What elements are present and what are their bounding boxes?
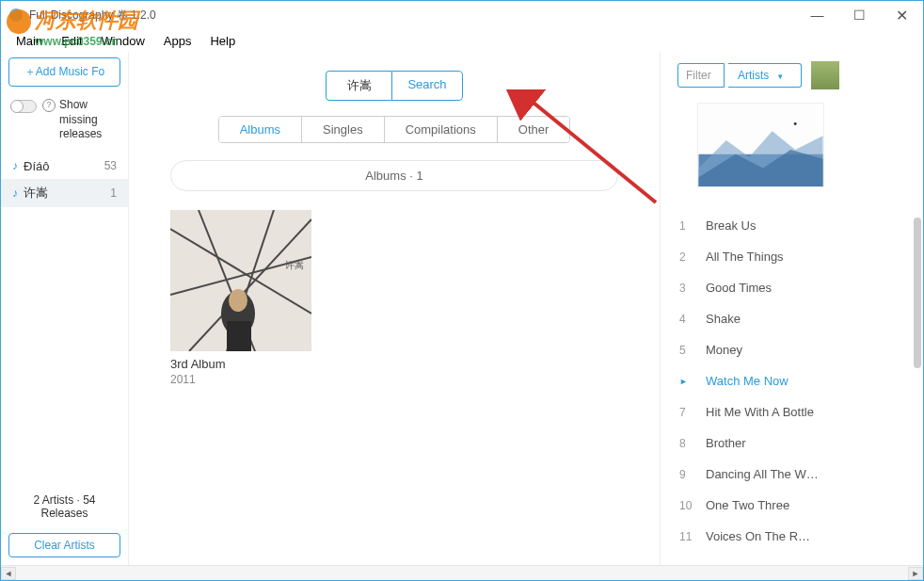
album-card[interactable]: 许嵩 3rd Album 2011 xyxy=(170,210,311,386)
album-year: 2011 xyxy=(170,373,311,386)
track-row[interactable]: 5Money xyxy=(677,334,910,365)
menu-edit[interactable]: Edit xyxy=(52,32,91,50)
scroll-left-icon[interactable]: ◄ xyxy=(1,567,16,580)
track-row[interactable]: 4Shake xyxy=(677,303,910,334)
now-playing-cover[interactable] xyxy=(697,103,824,187)
track-name: All The Things xyxy=(706,250,784,264)
track-number: 9 xyxy=(679,468,706,481)
track-row[interactable]: 1Break Us xyxy=(677,210,910,241)
track-row[interactable]: 7Hit Me With A Bottle xyxy=(677,396,910,428)
help-icon[interactable]: ? xyxy=(42,99,56,112)
svg-point-10 xyxy=(229,289,247,312)
track-number: 7 xyxy=(679,406,706,419)
track-name: Voices On The R… xyxy=(706,529,810,543)
track-number: 4 xyxy=(679,313,706,326)
maximize-button[interactable]: ☐ xyxy=(838,1,881,29)
track-name: Break Us xyxy=(706,218,756,233)
track-name: Watch Me Now xyxy=(706,374,789,388)
add-music-button[interactable]: ＋Add Music Fo xyxy=(8,57,120,87)
track-row[interactable]: ►Watch Me Now xyxy=(677,365,910,396)
svg-point-17 xyxy=(794,122,797,125)
track-name: Dancing All The W… xyxy=(706,467,819,481)
artist-count: 53 xyxy=(104,159,117,172)
track-number: 11 xyxy=(679,530,706,543)
track-list: 1Break Us2All The Things3Good Times4Shak… xyxy=(677,210,910,565)
music-note-icon: ♪ xyxy=(12,159,18,172)
horizontal-scrollbar[interactable]: ◄ ► xyxy=(1,565,923,580)
track-number: 10 xyxy=(679,499,706,512)
tab-albums[interactable]: Albums xyxy=(219,117,302,142)
artist-item[interactable]: ♪ 许嵩 1 xyxy=(1,179,128,207)
svg-point-0 xyxy=(9,8,23,22)
artist-count: 1 xyxy=(110,186,117,200)
track-row[interactable]: 9Dancing All The W… xyxy=(677,459,910,490)
search-input[interactable]: 许嵩 xyxy=(326,71,391,101)
track-number: 3 xyxy=(679,282,706,295)
scroll-right-icon[interactable]: ► xyxy=(908,567,923,580)
artist-name: 许嵩 xyxy=(24,185,48,202)
track-name: Brother xyxy=(706,436,746,450)
main-panel: 许嵩 Search Albums Singles Compilations Ot… xyxy=(129,52,660,565)
track-number: 8 xyxy=(679,437,706,450)
track-row[interactable]: 8Brother xyxy=(677,428,910,459)
music-note-icon: ♪ xyxy=(12,186,18,200)
scrollbar[interactable] xyxy=(912,57,921,563)
track-name: Hit Me With A Bottle xyxy=(706,405,814,419)
track-name: Money xyxy=(706,343,742,357)
artist-name: Đíáô xyxy=(24,159,49,173)
sidebar: ＋Add Music Fo ? Show missing releases ♪ … xyxy=(1,52,129,565)
sidebar-stats: 2 Artists · 54 Releases xyxy=(1,486,128,527)
window-title: Full Discography 卷 1.2.0 xyxy=(29,8,156,24)
track-name: Shake xyxy=(706,312,741,326)
artist-thumbnail[interactable] xyxy=(811,61,839,89)
tab-compilations[interactable]: Compilations xyxy=(385,117,498,142)
menu-apps[interactable]: Apps xyxy=(154,32,201,50)
play-icon: ► xyxy=(679,377,706,386)
minimize-button[interactable]: — xyxy=(796,1,838,29)
svg-text:许嵩: 许嵩 xyxy=(285,260,304,270)
track-number: 2 xyxy=(679,250,706,264)
artist-item[interactable]: ♪ Đíáô 53 xyxy=(1,153,128,179)
track-number: 1 xyxy=(679,219,706,233)
annotation-arrow xyxy=(505,89,675,212)
track-row[interactable]: 2All The Things xyxy=(677,241,910,272)
track-row[interactable]: 3Good Times xyxy=(677,272,910,303)
tab-singles[interactable]: Singles xyxy=(302,117,385,142)
track-row[interactable]: 11Voices On The R… xyxy=(677,521,910,552)
album-title: 3rd Album xyxy=(170,357,311,371)
right-panel: Filter Artists 1Break Us2All The Things3… xyxy=(660,52,923,565)
svg-rect-11 xyxy=(227,321,251,351)
show-missing-toggle[interactable] xyxy=(10,100,37,113)
track-number: 5 xyxy=(679,344,706,357)
toggle-label: Show missing releases xyxy=(59,98,119,142)
album-cover: 许嵩 xyxy=(170,210,311,351)
menu-main[interactable]: Main xyxy=(7,32,52,50)
menu-window[interactable]: Window xyxy=(92,32,154,50)
menubar: Main Edit Window Apps Help xyxy=(1,29,923,52)
clear-artists-button[interactable]: Clear Artists xyxy=(8,533,120,557)
track-name: One Two Three xyxy=(706,498,789,512)
titlebar: Full Discography 卷 1.2.0 — ☐ ✕ xyxy=(1,1,923,29)
filter-select[interactable]: Artists xyxy=(728,63,802,88)
svg-line-2 xyxy=(529,99,656,202)
close-button[interactable]: ✕ xyxy=(881,1,923,29)
artist-list: ♪ Đíáô 53 ♪ 许嵩 1 xyxy=(1,153,128,486)
track-name: Good Times xyxy=(706,281,772,295)
menu-help[interactable]: Help xyxy=(200,32,245,50)
app-icon xyxy=(8,8,24,23)
track-row[interactable]: 10One Two Three xyxy=(677,490,910,521)
scrollbar-thumb[interactable] xyxy=(914,218,921,368)
search-button[interactable]: Search xyxy=(391,71,462,101)
filter-input[interactable]: Filter xyxy=(677,63,725,88)
